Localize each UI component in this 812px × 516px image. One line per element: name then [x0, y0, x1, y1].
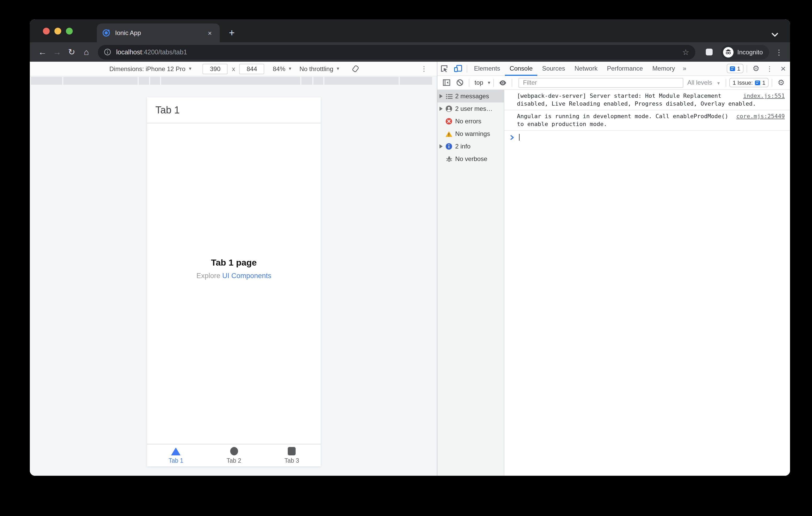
app-tab-3-label: Tab 3	[284, 457, 299, 464]
side-panel-icon[interactable]	[706, 49, 713, 55]
tab-network[interactable]: Network	[570, 61, 602, 75]
device-select[interactable]: iPhone 12 Pro	[146, 65, 185, 72]
toggle-device-toolbar-icon[interactable]	[451, 62, 465, 75]
sidebar-item-errors[interactable]: No errors	[437, 115, 504, 127]
console-message: core.mjs:25449Angular is running in deve…	[504, 110, 790, 131]
tab-performance[interactable]: Performance	[602, 61, 647, 75]
throttling-select[interactable]: No throttling	[299, 65, 333, 72]
bookmark-star-icon[interactable]: ☆	[682, 47, 689, 57]
sidebar-item-verbose[interactable]: No verbose	[437, 153, 504, 165]
chevron-down-icon[interactable]	[771, 32, 779, 37]
expander-icon[interactable]	[439, 94, 443, 98]
devtools-settings-icon[interactable]: ⚙	[749, 62, 763, 75]
site-info-icon[interactable]	[104, 49, 111, 55]
tab-console[interactable]: Console	[505, 61, 537, 75]
issues-count: 1	[762, 80, 765, 86]
list-icon	[445, 93, 453, 100]
back-icon[interactable]: ←	[35, 45, 50, 59]
url-host: localhost	[116, 48, 142, 56]
app-tab-1[interactable]: Tab 1	[147, 444, 205, 466]
divider	[469, 79, 469, 87]
issues-counter-count: 1	[737, 65, 740, 72]
url-path: :4200/tabs/tab1	[142, 48, 187, 56]
browser-tab[interactable]: Ionic App ×	[97, 24, 220, 42]
divider	[726, 79, 726, 87]
app-content: Tab 1 page Explore UI Components	[147, 123, 321, 444]
expander-icon[interactable]	[439, 107, 443, 111]
close-tab-icon[interactable]: ×	[205, 28, 214, 38]
sidebar-item-label: 2 info	[455, 143, 471, 150]
divider	[467, 65, 467, 72]
prompt-chevron-icon	[510, 134, 515, 140]
maximize-window-button[interactable]	[66, 27, 73, 34]
divider	[493, 79, 494, 87]
live-expression-eye-icon[interactable]	[496, 76, 509, 89]
app-tab-2[interactable]: Tab 2	[205, 444, 263, 466]
tab-memory[interactable]: Memory	[648, 61, 680, 75]
console-prompt[interactable]	[504, 131, 790, 144]
home-icon[interactable]: ⌂	[79, 45, 94, 59]
sidebar-item-label: 2 messages	[455, 93, 489, 100]
device-toolbar-menu-icon[interactable]: ⋮	[420, 65, 428, 73]
rotate-device-icon[interactable]	[352, 65, 359, 73]
throttling-caret-icon: ▼	[336, 66, 340, 71]
warning-icon	[445, 130, 453, 138]
device-toolbar: Dimensions: iPhone 12 Pro ▼ x 84% ▼ No t…	[30, 62, 437, 76]
devtools-menu-icon[interactable]: ⋮	[763, 62, 776, 75]
context-selector[interactable]: top	[474, 79, 483, 86]
console-settings-icon[interactable]: ⚙	[774, 76, 788, 89]
expander-icon[interactable]	[439, 144, 443, 149]
emulated-device-screen: Tab 1 Tab 1 page Explore UI Components	[147, 97, 321, 466]
triangle-icon	[171, 447, 181, 455]
tab-sources[interactable]: Sources	[537, 61, 570, 75]
source-link[interactable]: core.mjs:25449	[736, 113, 785, 120]
devtools-panel: Elements Console Sources Network Perform…	[437, 62, 790, 476]
app-page-heading: Tab 1 page	[147, 258, 321, 269]
ionic-favicon	[102, 29, 110, 37]
traffic-lights	[30, 19, 82, 42]
app-tab-1-label: Tab 1	[169, 457, 183, 463]
sidebar-item-user-messages[interactable]: 2 user mes…	[437, 102, 504, 115]
sidebar-item-warnings[interactable]: No warnings	[437, 127, 504, 140]
zoom-select[interactable]: 84%	[273, 65, 285, 72]
device-width-input[interactable]	[203, 63, 228, 74]
incognito-icon	[723, 47, 734, 57]
sidebar-item-label: No verbose	[455, 155, 487, 162]
more-tabs-icon[interactable]: »	[679, 65, 689, 72]
log-levels-select[interactable]: All levels ▼	[687, 79, 720, 86]
new-tab-button[interactable]: +	[225, 26, 239, 40]
close-window-button[interactable]	[43, 27, 50, 34]
ui-components-link[interactable]: UI Components	[222, 272, 271, 280]
device-height-input[interactable]	[239, 63, 264, 74]
sidebar-item-info[interactable]: 2 info	[437, 140, 504, 153]
inspect-element-icon[interactable]	[437, 62, 451, 75]
address-bar[interactable]: localhost:4200/tabs/tab1 ☆	[98, 45, 696, 59]
source-link[interactable]: index.js:551	[743, 92, 785, 100]
clear-console-icon[interactable]	[453, 76, 467, 89]
issues-label: 1 Issue:	[733, 80, 753, 86]
sidebar-item-all-messages[interactable]: 2 messages	[437, 90, 504, 102]
tab-elements[interactable]: Elements	[469, 61, 505, 75]
console-filter-input[interactable]	[518, 78, 683, 88]
media-query-bar[interactable]	[30, 77, 437, 85]
issues-button[interactable]: 1 Issue: 1	[730, 78, 768, 87]
app-header-title: Tab 1	[155, 104, 180, 116]
reload-icon[interactable]: ↻	[64, 45, 79, 59]
screen: Ionic App × + ← → ↻ ⌂ localhost:4200/tab…	[0, 0, 812, 516]
minimize-window-button[interactable]	[54, 27, 61, 34]
console-sidebar: 2 messages 2 user mes…	[437, 90, 504, 476]
console-message: index.js:551[webpack-dev-server] Server …	[504, 90, 790, 110]
issues-counter-button[interactable]: 1	[727, 64, 744, 73]
sidebar-item-label: No errors	[455, 118, 481, 125]
console-log-area[interactable]: index.js:551[webpack-dev-server] Server …	[504, 90, 790, 476]
forward-icon[interactable]: →	[50, 45, 64, 59]
devtools-close-icon[interactable]: ×	[776, 62, 790, 75]
navigation-bar: ← → ↻ ⌂ localhost:4200/tabs/tab1 ☆	[30, 42, 790, 62]
console-sidebar-toggle-icon[interactable]	[439, 76, 453, 89]
emulated-viewport-area: Tab 1 Tab 1 page Explore UI Components	[30, 85, 437, 476]
browser-menu-icon[interactable]: ⋮	[773, 48, 785, 56]
browser-window: Ionic App × + ← → ↻ ⌂ localhost:4200/tab…	[30, 19, 790, 476]
dimensions-x-label: x	[232, 65, 235, 72]
app-tab-3[interactable]: Tab 3	[263, 444, 321, 466]
issues-flag-icon	[730, 66, 735, 71]
